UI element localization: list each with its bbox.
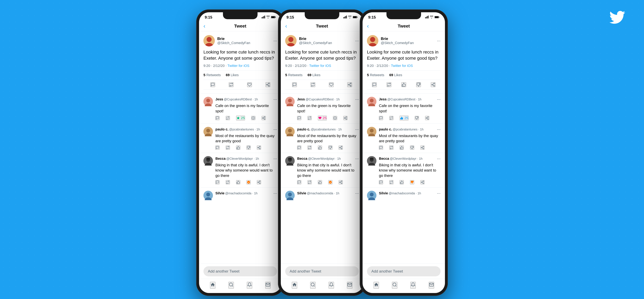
phone-1-home-nav[interactable] (210, 282, 216, 288)
reply-p2-3-comment[interactable] (297, 180, 301, 184)
reply-2-downvote[interactable] (246, 146, 250, 150)
reply-p2-3-handle: @CleverWordplayr · 1h (308, 157, 341, 160)
phone-2-mail-nav[interactable] (347, 282, 352, 288)
reply-p2-1-retweet[interactable] (308, 116, 312, 120)
reply-1-comment[interactable] (216, 116, 220, 120)
phone-3-more-btn[interactable]: ··· (437, 38, 440, 43)
reply-p3-1-share[interactable] (425, 116, 429, 120)
reply-p2-1-more[interactable]: ··· (355, 97, 359, 102)
reply-2-upvote[interactable] (236, 146, 240, 150)
phone-1-platform-link[interactable]: Twitter for iOS (228, 64, 249, 68)
phone-3-home-nav[interactable] (374, 282, 379, 288)
reply-1-upvote[interactable]: 25 (236, 116, 245, 120)
reply-3-share[interactable] (257, 180, 261, 184)
reply-p3-2-more[interactable]: ··· (437, 127, 440, 132)
phone-1-mail-nav[interactable] (265, 282, 270, 288)
phone-1-back-btn[interactable]: ‹ (204, 23, 205, 30)
phone-3-like-action[interactable] (402, 82, 406, 87)
reply-1-more[interactable]: ··· (274, 97, 277, 102)
phone-1-share-action[interactable] (266, 82, 270, 87)
reply-p3-3-more[interactable]: ··· (437, 156, 440, 161)
reply-4-more[interactable]: ··· (274, 191, 277, 196)
reply-p2-4-more[interactable]: ··· (355, 191, 359, 196)
reply-3-downvote[interactable] (246, 180, 250, 184)
reply-p3-2-comment[interactable] (379, 146, 383, 150)
phone-1-more-btn[interactable]: ··· (274, 38, 277, 43)
phone-1-retweet-action[interactable] (229, 82, 234, 87)
phone-1-search-nav[interactable] (228, 282, 234, 288)
reply-p2-1-downvote[interactable] (333, 116, 337, 120)
reply-p2-3-upvote[interactable] (318, 180, 322, 184)
reply-p2-1-comment[interactable] (297, 116, 301, 120)
reply-p2-3-more[interactable]: ··· (355, 156, 359, 161)
reply-p2-2-upvote[interactable] (318, 146, 322, 150)
reply-2-more[interactable]: ··· (274, 127, 277, 132)
reply-2-retweet[interactable] (226, 146, 230, 150)
svg-point-127 (423, 148, 424, 149)
phone-2-share-action[interactable] (347, 82, 352, 87)
reply-p2-2-downvote[interactable] (328, 146, 332, 150)
reply-p3-1-comment[interactable] (379, 116, 383, 120)
reply-p2-3-downvote[interactable] (328, 180, 332, 184)
reply-p3-2-retweet[interactable] (389, 146, 394, 150)
reply-p2-3-retweet[interactable] (308, 180, 312, 184)
reply-p2-2-comment[interactable] (297, 146, 301, 150)
phone-1-add-tweet-btn[interactable]: Add another Tweet (204, 266, 277, 276)
reply-p3-3-comment[interactable] (379, 180, 383, 184)
phone-3-platform-link[interactable]: Twitter for iOS (391, 64, 413, 68)
phone-3-back-btn[interactable]: ‹ (367, 23, 369, 30)
reply-2-comment[interactable] (216, 146, 220, 150)
reply-p2-2-retweet[interactable] (308, 146, 312, 150)
reply-p3-2-thumbsdown[interactable] (410, 146, 414, 150)
reply-1-retweet[interactable] (226, 116, 230, 120)
phone-2-retweet-action[interactable] (310, 82, 315, 87)
phone-3-add-tweet-btn[interactable]: Add another Tweet (367, 266, 440, 276)
reply-p3-3-thumbsup[interactable] (400, 180, 404, 184)
phone-2-notif-nav[interactable] (328, 282, 334, 288)
battery-icon (271, 15, 276, 19)
phone-1-reply-action[interactable] (210, 82, 215, 87)
reply-p3-4-more[interactable]: ··· (437, 191, 440, 196)
phone-1-notif-nav[interactable] (247, 282, 252, 288)
reply-p3-2-share[interactable] (420, 146, 424, 150)
phone-2-more-btn[interactable]: ··· (355, 38, 359, 43)
reply-p2-2-more[interactable]: ··· (355, 127, 359, 132)
phone-2-platform-link[interactable]: Twitter for iOS (309, 64, 331, 68)
reply-p3-1-thumbsup[interactable]: 25 (400, 116, 408, 120)
reply-p3-1-more[interactable]: ··· (437, 97, 440, 102)
phone-3-reply-action[interactable] (372, 82, 377, 87)
reply-p3-2-thumbsup[interactable] (400, 146, 404, 150)
reply-3-more[interactable]: ··· (274, 156, 277, 161)
phone-3-retweet-action[interactable] (386, 82, 391, 87)
reply-p2-2-share[interactable] (339, 146, 343, 150)
reply-p3-3-share[interactable] (420, 180, 424, 184)
reply-3-comment[interactable] (216, 180, 220, 184)
svg-rect-99 (426, 17, 427, 19)
reply-1-share[interactable] (262, 116, 266, 120)
phone-2-like-action[interactable] (329, 82, 334, 87)
phone-2-back-btn[interactable]: ‹ (285, 23, 287, 30)
phone-2-reply-action[interactable] (292, 82, 297, 87)
phone-3-notif-nav[interactable] (410, 282, 416, 288)
phone-1-like-action[interactable] (247, 82, 252, 87)
reply-p2-3-author-info: Becca @CleverWordplayr · 1h (297, 157, 341, 161)
reply-3-retweet[interactable] (226, 180, 230, 184)
phone-2-home-nav[interactable] (292, 282, 297, 288)
reply-1-downvote[interactable] (251, 116, 255, 120)
reply-3-upvote[interactable] (236, 180, 240, 184)
reply-p2-3-share[interactable] (339, 180, 343, 184)
reply-2-share[interactable] (257, 146, 261, 150)
reply-p2-1-share[interactable] (344, 116, 348, 120)
phone-3-search-nav[interactable] (392, 282, 397, 288)
phone-2-add-tweet-btn[interactable]: Add another Tweet (285, 266, 359, 276)
phone-3-share-action[interactable] (431, 82, 436, 87)
reply-p3-1-thumbsdown[interactable] (415, 116, 419, 120)
phone-3-mail-nav[interactable] (429, 282, 434, 288)
reply-p3-3-thumbsdown[interactable] (410, 180, 414, 184)
svg-rect-55 (353, 17, 356, 18)
phone-2-search-nav[interactable] (310, 282, 316, 288)
reply-p3-1-retweet[interactable] (389, 116, 394, 120)
reply-p2-1-heart[interactable]: 25 (318, 116, 327, 120)
phone-3-dislike-action[interactable] (416, 82, 421, 87)
reply-p3-3-retweet[interactable] (389, 180, 394, 184)
